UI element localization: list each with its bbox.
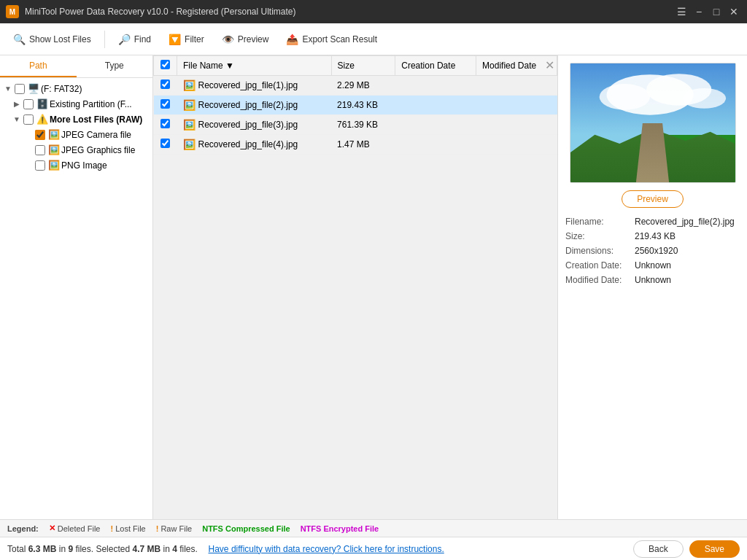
row4-filename-cell: 🖼️ Recovered_jpg_file(4).jpg bbox=[177, 135, 332, 155]
partition-icon: 🗄️ bbox=[36, 98, 48, 109]
row2-size: 219.43 KB bbox=[331, 96, 395, 115]
header-size[interactable]: Size bbox=[331, 56, 395, 76]
find-icon: 🔎 bbox=[118, 34, 131, 45]
tree-item-more-lost-files[interactable]: ▼ ⚠️ More Lost Files (RAW) bbox=[0, 112, 152, 127]
tree-label-png-image: PNG Image bbox=[61, 160, 107, 171]
file-table-container: ✕ File Name ▼ Size Creation Date Modifie… bbox=[153, 55, 557, 519]
stats-text: Total 6.3 MB in 9 files. Selected 4.7 MB… bbox=[7, 544, 198, 554]
table-row[interactable]: 🖼️ Recovered_jpg_file(2).jpg 219.43 KB bbox=[154, 96, 557, 115]
info-creation-row: Creation Date: Unknown bbox=[565, 260, 740, 271]
row2-filename-cell: 🖼️ Recovered_jpg_file(2).jpg bbox=[177, 96, 332, 115]
row4-checkbox[interactable] bbox=[160, 139, 170, 148]
save-button[interactable]: Save bbox=[689, 540, 740, 558]
statusbar-right: Back Save bbox=[633, 540, 740, 558]
checkbox-more-lost-files[interactable] bbox=[23, 114, 34, 125]
header-creation-date[interactable]: Creation Date bbox=[395, 56, 476, 76]
table-row[interactable]: 🖼️ Recovered_jpg_file(4).jpg 1.47 MB bbox=[154, 135, 557, 155]
statusbar-left: Total 6.3 MB in 9 files. Selected 4.7 MB… bbox=[7, 544, 444, 554]
row2-creation bbox=[395, 96, 476, 115]
legend-bar: Legend: ✕ Deleted File ! Lost File ! Raw… bbox=[0, 519, 747, 537]
lost-files-icon: ⚠️ bbox=[36, 114, 48, 125]
row4-file-icon: 🖼️ bbox=[183, 139, 196, 150]
info-dimensions-row: Dimensions: 2560x1920 bbox=[565, 246, 740, 256]
raw-label: Raw File bbox=[160, 524, 192, 533]
close-button[interactable]: ✕ bbox=[727, 4, 741, 19]
expand-f-fat32[interactable]: ▼ bbox=[3, 84, 13, 94]
help-link[interactable]: Have difficulty with data recovery? Clic… bbox=[209, 544, 444, 554]
export-scan-result-button[interactable]: 📤 Export Scan Result bbox=[279, 30, 384, 49]
info-modified-row: Modified Date: Unknown bbox=[565, 275, 740, 285]
app-icon: M bbox=[6, 5, 19, 18]
table-row[interactable]: 🖼️ Recovered_jpg_file(1).jpg 2.29 MB bbox=[154, 76, 557, 96]
toolbar-separator-1 bbox=[104, 31, 105, 48]
legend-ntfs-encrypted: NTFS Encrypted File bbox=[301, 524, 379, 533]
checkbox-png-image[interactable] bbox=[35, 160, 45, 171]
filename-label: Filename: bbox=[565, 217, 635, 227]
row3-modified bbox=[476, 115, 557, 135]
checkbox-existing-partition[interactable] bbox=[23, 99, 34, 109]
tab-type[interactable]: Type bbox=[77, 55, 153, 77]
tree-label-jpeg-camera: JPEG Camera file bbox=[61, 130, 131, 140]
tree-item-png-image[interactable]: ▶ 🖼️ PNG Image bbox=[0, 158, 152, 173]
preview-image bbox=[570, 63, 736, 183]
file-tree: ▼ 🖥️ (F: FAT32) ▶ 🗄️ Existing Partition … bbox=[0, 78, 152, 519]
row3-checkbox-cell[interactable] bbox=[154, 115, 177, 135]
minimize-button[interactable]: − bbox=[692, 4, 706, 19]
toolbar: 🔍 Show Lost Files 🔎 Find 🔽 Filter 👁️ Pre… bbox=[0, 23, 747, 55]
table-row[interactable]: 🖼️ Recovered_jpg_file(3).jpg 761.39 KB bbox=[154, 115, 557, 135]
header-filename[interactable]: File Name ▼ bbox=[177, 56, 332, 76]
tree-item-existing-partition[interactable]: ▶ 🗄️ Existing Partition (F... bbox=[0, 96, 152, 112]
info-size-row: Size: 219.43 KB bbox=[565, 231, 740, 241]
row1-checkbox[interactable] bbox=[160, 79, 170, 89]
titlebar: M MiniTool Power Data Recovery v10.0 - R… bbox=[0, 0, 747, 23]
back-button[interactable]: Back bbox=[633, 540, 684, 558]
panel-close-icon[interactable]: ✕ bbox=[545, 58, 554, 72]
file-table: File Name ▼ Size Creation Date Modified … bbox=[153, 55, 557, 155]
row3-filename: Recovered_jpg_file(3).jpg bbox=[198, 120, 298, 130]
filter-button[interactable]: 🔽 Filter bbox=[161, 30, 212, 49]
file-rows: 🖼️ Recovered_jpg_file(1).jpg 2.29 MB 🖼️ … bbox=[154, 76, 557, 155]
find-button[interactable]: 🔎 Find bbox=[111, 30, 158, 49]
tree-item-f-fat32[interactable]: ▼ 🖥️ (F: FAT32) bbox=[0, 81, 152, 96]
lost-label: Lost File bbox=[115, 524, 146, 533]
preview-detail-button[interactable]: Preview bbox=[622, 190, 684, 208]
menu-button[interactable]: ☰ bbox=[674, 4, 689, 19]
tree-item-jpeg-camera[interactable]: ▶ 🖼️ JPEG Camera file bbox=[0, 127, 152, 142]
row2-checkbox-cell[interactable] bbox=[154, 96, 177, 115]
info-filename-row: Filename: Recovered_jpg_file(2).jpg bbox=[565, 217, 740, 227]
titlebar-left: M MiniTool Power Data Recovery v10.0 - R… bbox=[6, 5, 295, 18]
tree-label-f-fat32: (F: FAT32) bbox=[41, 84, 82, 94]
expand-existing-partition[interactable]: ▶ bbox=[12, 99, 22, 109]
select-all-checkbox[interactable] bbox=[160, 60, 170, 69]
checkbox-jpeg-graphics[interactable] bbox=[35, 145, 45, 155]
header-checkbox[interactable] bbox=[154, 56, 177, 76]
row2-checkbox[interactable] bbox=[160, 99, 170, 109]
tree-item-jpeg-graphics[interactable]: ▶ 🖼️ JPEG Graphics file bbox=[0, 142, 152, 158]
row3-filename-cell: 🖼️ Recovered_jpg_file(3).jpg bbox=[177, 115, 332, 135]
legend-raw: ! Raw File bbox=[156, 524, 192, 533]
checkbox-f-fat32[interactable] bbox=[15, 84, 25, 94]
row2-filename: Recovered_jpg_file(2).jpg bbox=[198, 100, 298, 110]
checkbox-jpeg-camera[interactable] bbox=[35, 130, 45, 140]
jpeg-camera-icon: 🖼️ bbox=[48, 129, 60, 140]
expand-more-lost-files[interactable]: ▼ bbox=[12, 114, 22, 125]
deleted-symbol: ✕ bbox=[49, 524, 55, 533]
preview-icon: 👁️ bbox=[222, 34, 234, 45]
preview-button[interactable]: 👁️ Preview bbox=[214, 30, 276, 49]
raw-symbol: ! bbox=[156, 524, 159, 533]
row1-checkbox-cell[interactable] bbox=[154, 76, 177, 96]
row3-checkbox[interactable] bbox=[160, 119, 170, 128]
ntfs-encrypted-label: NTFS Encrypted File bbox=[301, 524, 379, 533]
legend-deleted: ✕ Deleted File bbox=[49, 524, 101, 533]
dimensions-value: 2560x1920 bbox=[635, 246, 678, 256]
tree-label-jpeg-graphics: JPEG Graphics file bbox=[61, 145, 135, 155]
tree-label-existing-partition: Existing Partition (F... bbox=[50, 99, 132, 109]
show-lost-files-button[interactable]: 🔍 Show Lost Files bbox=[6, 30, 98, 49]
row4-checkbox-cell[interactable] bbox=[154, 135, 177, 155]
tree-label-more-lost-files: More Lost Files (RAW) bbox=[50, 114, 142, 125]
modified-value: Unknown bbox=[635, 275, 671, 285]
row3-file-icon: 🖼️ bbox=[183, 119, 196, 131]
maximize-button[interactable]: □ bbox=[709, 4, 724, 19]
size-value: 219.43 KB bbox=[635, 231, 676, 241]
tab-path[interactable]: Path bbox=[0, 55, 77, 77]
